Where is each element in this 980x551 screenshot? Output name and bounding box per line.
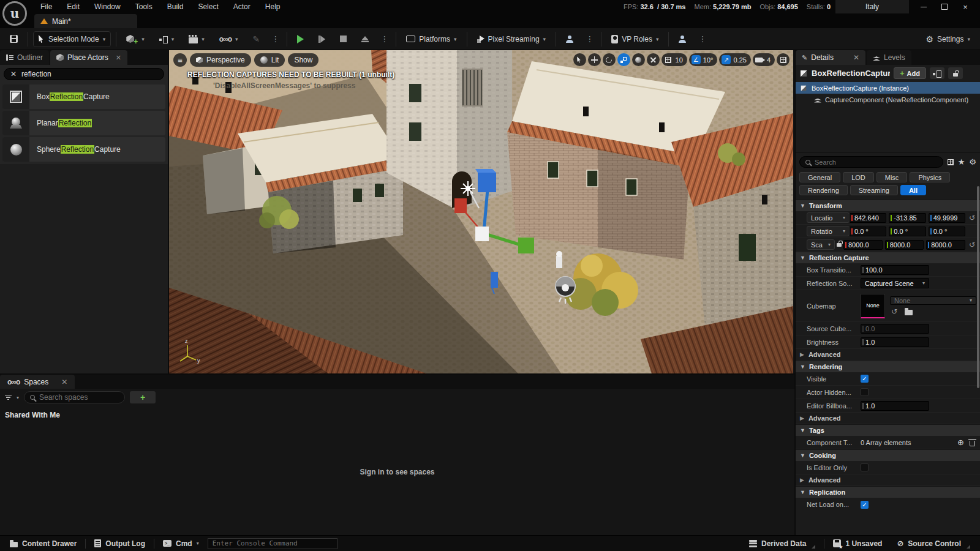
close-details-tab-icon[interactable]: ✕: [853, 53, 859, 62]
menu-build[interactable]: Build: [161, 1, 190, 12]
section-replication[interactable]: ▼Replication: [796, 486, 980, 498]
stop-button[interactable]: [335, 31, 352, 47]
favorites-icon[interactable]: ★: [958, 157, 965, 167]
source-control-button[interactable]: ⊘Source Control: [891, 536, 976, 551]
view-mode-dropdown[interactable]: Lit: [254, 53, 285, 67]
filter-lod[interactable]: LOD: [843, 172, 874, 182]
billboard-scale-field[interactable]: 1.0: [861, 401, 929, 411]
project-name-tab[interactable]: Italy: [835, 0, 909, 13]
play-options-menu[interactable]: ⋮: [379, 34, 391, 43]
list-item-planar-reflection[interactable]: Planar Reflection: [2, 111, 165, 135]
filter-physics[interactable]: Physics: [910, 172, 950, 182]
filter-rendering[interactable]: Rendering: [799, 185, 848, 195]
box-transition-field[interactable]: 100.0: [861, 265, 929, 275]
settings-dropdown[interactable]: ⚙Settings▾: [921, 31, 975, 47]
menu-tools[interactable]: Tools: [129, 1, 159, 12]
level-tab-main[interactable]: Main*: [34, 14, 137, 28]
scale-snap-control[interactable]: ↗0.25: [719, 53, 750, 66]
derived-data-button[interactable]: Derived Data: [743, 536, 821, 551]
output-log-button[interactable]: Output Log: [88, 536, 151, 551]
cubemap-dropdown[interactable]: None▾: [890, 296, 976, 305]
tab-details[interactable]: ✎ Details ✕: [796, 50, 865, 65]
use-selected-asset-icon[interactable]: ↺: [890, 307, 899, 316]
reset-location-icon[interactable]: ↺: [968, 214, 976, 222]
unreal-logo-icon[interactable]: u: [2, 1, 27, 26]
rotate-tool-button[interactable]: [603, 53, 616, 66]
menu-edit[interactable]: Edit: [61, 1, 86, 12]
save-button[interactable]: [5, 31, 23, 47]
transform-space-button[interactable]: [632, 53, 645, 66]
cubemap-thumbnail[interactable]: None: [861, 294, 885, 318]
scale-tool-button[interactable]: [617, 53, 630, 66]
blueprints-dropdown[interactable]: ▾: [154, 31, 179, 47]
scale-y-field[interactable]: 8000.0: [885, 240, 924, 250]
tab-outliner[interactable]: Outliner: [0, 50, 49, 65]
source-cubemap-field[interactable]: 0.0: [861, 324, 929, 334]
add-space-button[interactable]: +: [130, 391, 156, 403]
lock-details-button[interactable]: [948, 67, 963, 79]
advanced-rendering[interactable]: ▶Advanced: [796, 413, 980, 424]
rotation-x-field[interactable]: 0.0 °: [850, 227, 886, 236]
visible-checkbox[interactable]: ✓: [861, 375, 869, 383]
perspective-dropdown[interactable]: Perspective: [190, 53, 251, 67]
editor-modes-button[interactable]: ✎: [248, 31, 265, 47]
tab-spaces[interactable]: o∞o Spaces ✕: [0, 375, 75, 389]
filter-icon[interactable]: [5, 395, 12, 400]
console-command-bar[interactable]: [208, 538, 337, 549]
add-component-button[interactable]: +Add: [894, 67, 926, 79]
place-actors-search[interactable]: ✕: [4, 68, 164, 80]
location-y-field[interactable]: -313.85: [889, 213, 925, 223]
actor-hidden-checkbox[interactable]: [861, 388, 869, 396]
filter-general[interactable]: General: [799, 172, 840, 182]
scale-x-field[interactable]: 8000.0: [843, 240, 883, 250]
multi-user-options-menu[interactable]: ⋮: [584, 34, 596, 43]
eject-button[interactable]: [356, 31, 374, 47]
toolbar-overflow-menu[interactable]: ⋮: [270, 34, 282, 43]
filter-all[interactable]: All: [900, 185, 926, 195]
reset-scale-icon[interactable]: ↺: [968, 241, 976, 249]
rotation-y-field[interactable]: 0.0 °: [889, 227, 925, 236]
menu-actor[interactable]: Actor: [227, 1, 257, 12]
section-cooking[interactable]: ▼Cooking: [796, 449, 980, 461]
list-item-box-reflection-capture[interactable]: Box Reflection Capture: [2, 84, 165, 109]
menu-select[interactable]: Select: [192, 1, 224, 12]
spaces-search[interactable]: [24, 391, 125, 403]
play-button[interactable]: [292, 31, 309, 47]
minimize-button[interactable]: [915, 1, 932, 12]
rotation-dropdown[interactable]: Rotatio▾: [807, 226, 850, 236]
sequencer-dropdown[interactable]: o∞o▾: [214, 31, 243, 47]
rotation-snap-control[interactable]: ∠10°: [689, 53, 718, 66]
section-reflection-capture[interactable]: ▼Reflection Capture: [796, 252, 980, 263]
viewport[interactable]: z y ≡ Perspective Lit Show REFLECTION CA…: [169, 50, 793, 373]
list-item-sphere-reflection-capture[interactable]: Sphere Reflection Capture: [2, 137, 165, 162]
show-dropdown[interactable]: Show: [288, 53, 318, 67]
filter-misc[interactable]: Misc: [876, 172, 908, 182]
advanced-reflection-capture[interactable]: ▶Advanced: [796, 349, 980, 361]
clear-array-icon[interactable]: [970, 441, 975, 446]
location-x-field[interactable]: 842.640: [850, 213, 886, 223]
add-array-element-icon[interactable]: ⊕: [957, 438, 964, 447]
pixel-streaming-dropdown[interactable]: Pixel Streaming▾: [472, 31, 551, 47]
filter-streaming[interactable]: Streaming: [850, 185, 898, 195]
details-settings-icon[interactable]: ⚙: [969, 157, 976, 167]
select-tool-button[interactable]: [573, 53, 586, 66]
search-input[interactable]: [21, 70, 144, 78]
tab-levels[interactable]: Levels: [867, 50, 911, 65]
console-input[interactable]: [213, 539, 332, 547]
location-dropdown[interactable]: Locatio▾: [807, 212, 850, 223]
menu-file[interactable]: File: [34, 1, 58, 12]
tab-place-actors[interactable]: Place Actors ✕: [50, 50, 127, 65]
details-scrollbar[interactable]: [977, 186, 979, 388]
location-z-field[interactable]: 49.9999: [929, 213, 965, 223]
clear-search-icon[interactable]: ✕: [10, 70, 17, 78]
restore-button[interactable]: [936, 1, 953, 12]
section-tags[interactable]: ▼Tags: [796, 424, 980, 436]
unsaved-button[interactable]: 1 Unsaved: [827, 536, 888, 551]
component-tree-capture-row[interactable]: CaptureComponent (NewReflectionComponent…: [796, 94, 980, 105]
selection-mode-dropdown[interactable]: Selection Mode▾: [33, 31, 111, 47]
menu-help[interactable]: Help: [259, 1, 287, 12]
net-load-checkbox[interactable]: ✓: [861, 501, 869, 509]
details-search-input[interactable]: [815, 159, 894, 166]
remote-session-options-menu[interactable]: ⋮: [696, 34, 709, 43]
brightness-field[interactable]: 1.0: [861, 337, 929, 347]
